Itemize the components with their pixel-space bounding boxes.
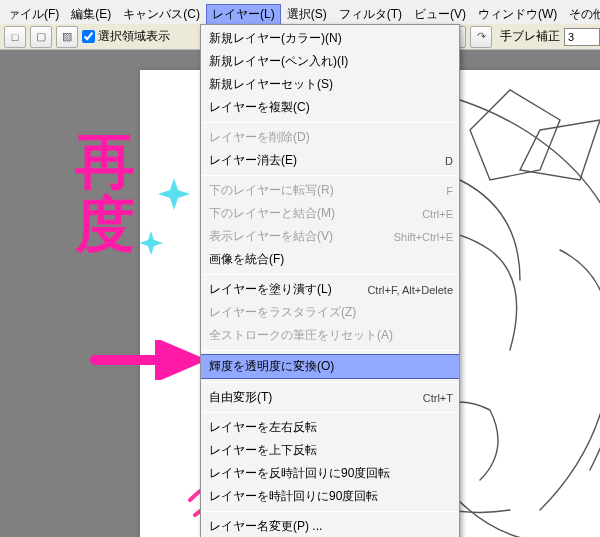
menu-item-label: 新規レイヤー(ペン入れ)(I)	[209, 53, 453, 70]
menu-item-shortcut: Ctrl+F, Alt+Delete	[367, 284, 453, 296]
menu-item-shortcut: Ctrl+T	[423, 392, 453, 404]
menu-item-label: 表示レイヤーを結合(V)	[209, 228, 394, 245]
menu-item[interactable]: ウィンドウ(W)	[472, 4, 563, 25]
menu-dropdown-item[interactable]: 自由変形(T)Ctrl+T	[201, 386, 459, 409]
layer-menu-dropdown: 新規レイヤー(カラー)(N)新規レイヤー(ペン入れ)(I)新規レイヤーセット(S…	[200, 24, 460, 537]
menu-item-label: レイヤーを反時計回りに90度回転	[209, 465, 453, 482]
menu-item-label: 下のレイヤーに転写(R)	[209, 182, 446, 199]
tool-button-redo[interactable]: ↷	[470, 26, 492, 48]
menu-item-label: 全ストロークの筆圧をリセット(A)	[209, 327, 453, 344]
menu-item-label: 輝度を透明度に変換(O)	[209, 358, 453, 375]
menu-separator	[203, 274, 457, 275]
menu-bar: ァイル(F)編集(E)キャンバス(C)レイヤー(L)選択(S)フィルタ(T)ビュ…	[0, 4, 600, 24]
menu-dropdown-item[interactable]: レイヤー消去(E)D	[201, 149, 459, 172]
menu-item-shortcut: F	[446, 185, 453, 197]
menu-dropdown-item[interactable]: レイヤーを上下反転	[201, 439, 459, 462]
menu-dropdown-item[interactable]: レイヤー名変更(P) ...	[201, 515, 459, 537]
stabilizer-value[interactable]: 3	[564, 28, 600, 46]
menu-dropdown-item[interactable]: 輝度を透明度に変換(O)	[201, 354, 459, 379]
menu-separator	[203, 412, 457, 413]
tool-button-3[interactable]: ▨	[56, 26, 78, 48]
menu-item[interactable]: ァイル(F)	[2, 4, 65, 25]
menu-item-label: 新規レイヤーセット(S)	[209, 76, 453, 93]
menu-separator	[203, 511, 457, 512]
menu-item[interactable]: ビュー(V)	[408, 4, 472, 25]
menu-item[interactable]: その他(O)	[563, 4, 600, 25]
menu-item-label: レイヤーを塗り潰す(L)	[209, 281, 367, 298]
menu-item-label: 下のレイヤーと結合(M)	[209, 205, 422, 222]
menu-dropdown-item[interactable]: 新規レイヤー(ペン入れ)(I)	[201, 50, 459, 73]
tool-button-2[interactable]: ▢	[30, 26, 52, 48]
menu-dropdown-item[interactable]: 画像を統合(F)	[201, 248, 459, 271]
annotation-text: 再 度	[75, 130, 137, 256]
menu-item[interactable]: キャンバス(C)	[117, 4, 206, 25]
menu-separator	[203, 382, 457, 383]
menu-item-label: 画像を統合(F)	[209, 251, 453, 268]
menu-item-label: レイヤーを複製(C)	[209, 99, 453, 116]
menu-dropdown-item: 表示レイヤーを結合(V)Shift+Ctrl+E	[201, 225, 459, 248]
menu-dropdown-item: 全ストロークの筆圧をリセット(A)	[201, 324, 459, 347]
menu-separator	[203, 350, 457, 351]
tool-button-1[interactable]: □	[4, 26, 26, 48]
menu-dropdown-item[interactable]: レイヤーを塗り潰す(L)Ctrl+F, Alt+Delete	[201, 278, 459, 301]
menu-item-label: レイヤー消去(E)	[209, 152, 445, 169]
menu-dropdown-item[interactable]: 新規レイヤーセット(S)	[201, 73, 459, 96]
menu-item-shortcut: Ctrl+E	[422, 208, 453, 220]
menu-separator	[203, 175, 457, 176]
menu-item-label: レイヤー名変更(P) ...	[209, 518, 453, 535]
menu-item[interactable]: 選択(S)	[281, 4, 333, 25]
selection-display-check[interactable]	[82, 30, 95, 43]
menu-item[interactable]: フィルタ(T)	[333, 4, 408, 25]
menu-dropdown-item: 下のレイヤーと結合(M)Ctrl+E	[201, 202, 459, 225]
menu-dropdown-item[interactable]: レイヤーを時計回りに90度回転	[201, 485, 459, 508]
menu-dropdown-item: レイヤーをラスタライズ(Z)	[201, 301, 459, 324]
menu-item-label: 新規レイヤー(カラー)(N)	[209, 30, 453, 47]
menu-item-label: 自由変形(T)	[209, 389, 423, 406]
menu-separator	[203, 122, 457, 123]
menu-item-label: レイヤーを時計回りに90度回転	[209, 488, 453, 505]
menu-dropdown-item[interactable]: レイヤーを複製(C)	[201, 96, 459, 119]
menu-item-label: レイヤーを左右反転	[209, 419, 453, 436]
menu-item-shortcut: D	[445, 155, 453, 167]
menu-item-label: レイヤーをラスタライズ(Z)	[209, 304, 453, 321]
menu-item[interactable]: 編集(E)	[65, 4, 117, 25]
stabilizer-label: 手ブレ補正	[500, 28, 560, 45]
menu-item[interactable]: レイヤー(L)	[206, 4, 281, 25]
menu-dropdown-item[interactable]: レイヤーを反時計回りに90度回転	[201, 462, 459, 485]
menu-item-label: レイヤーを削除(D)	[209, 129, 453, 146]
menu-dropdown-item[interactable]: レイヤーを左右反転	[201, 416, 459, 439]
menu-item-label: レイヤーを上下反転	[209, 442, 453, 459]
selection-display-checkbox[interactable]: 選択領域表示	[82, 28, 170, 45]
menu-dropdown-item[interactable]: 新規レイヤー(カラー)(N)	[201, 27, 459, 50]
menu-dropdown-item: レイヤーを削除(D)	[201, 126, 459, 149]
menu-dropdown-item: 下のレイヤーに転写(R)F	[201, 179, 459, 202]
menu-item-shortcut: Shift+Ctrl+E	[394, 231, 453, 243]
selection-display-label: 選択領域表示	[98, 28, 170, 45]
